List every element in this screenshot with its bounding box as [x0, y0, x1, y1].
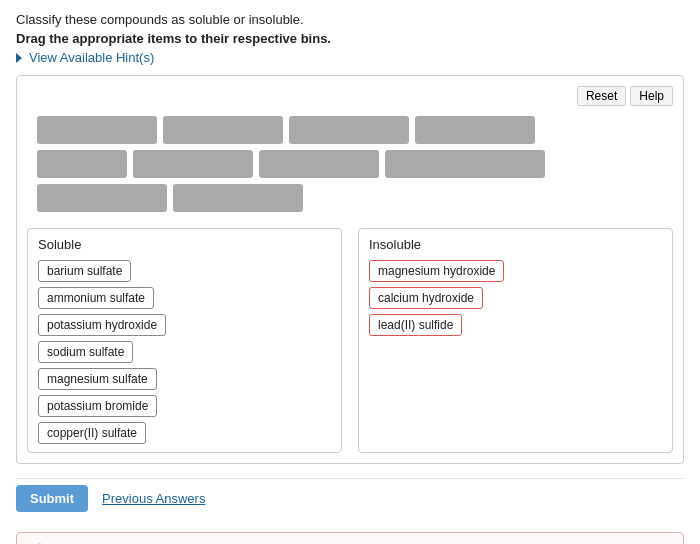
- drag-area: Reset Help: [16, 75, 684, 464]
- insoluble-bin-label: Insoluble: [369, 237, 662, 252]
- items-pool: [27, 116, 673, 212]
- help-button[interactable]: Help: [630, 86, 673, 106]
- reset-button[interactable]: Reset: [577, 86, 626, 106]
- insoluble-bin[interactable]: Insoluble magnesium hydroxide calcium hy…: [358, 228, 673, 453]
- list-item[interactable]: magnesium hydroxide: [369, 260, 504, 282]
- drag-placeholder-8[interactable]: [385, 150, 545, 178]
- instruction-line1: Classify these compounds as soluble or i…: [16, 12, 684, 27]
- soluble-bin-items: barium sulfate ammonium sulfate potassiu…: [38, 260, 331, 444]
- submit-button[interactable]: Submit: [16, 485, 88, 512]
- page-container: Classify these compounds as soluble or i…: [0, 0, 700, 544]
- drag-placeholder-2[interactable]: [163, 116, 283, 144]
- drag-placeholder-4[interactable]: [415, 116, 535, 144]
- list-item[interactable]: copper(II) sulfate: [38, 422, 146, 444]
- drag-placeholder-9[interactable]: [37, 184, 167, 212]
- bottom-bar: Submit Previous Answers: [16, 478, 684, 518]
- drag-placeholder-5[interactable]: [37, 150, 127, 178]
- drag-placeholder-1[interactable]: [37, 116, 157, 144]
- list-item[interactable]: lead(II) sulfide: [369, 314, 462, 336]
- soluble-bin-label: Soluble: [38, 237, 331, 252]
- list-item[interactable]: calcium hydroxide: [369, 287, 483, 309]
- drag-area-toolbar: Reset Help: [27, 86, 673, 106]
- list-item[interactable]: ammonium sulfate: [38, 287, 154, 309]
- drag-placeholder-7[interactable]: [259, 150, 379, 178]
- list-item[interactable]: barium sulfate: [38, 260, 131, 282]
- list-item[interactable]: magnesium sulfate: [38, 368, 157, 390]
- hint-link[interactable]: View Available Hint(s): [16, 50, 154, 65]
- drag-placeholder-10[interactable]: [173, 184, 303, 212]
- hint-link-label: View Available Hint(s): [29, 50, 154, 65]
- list-item[interactable]: potassium bromide: [38, 395, 157, 417]
- list-item[interactable]: potassium hydroxide: [38, 314, 166, 336]
- feedback-box: ✗ Incorrect; Try Again; 2 attempts remai…: [16, 532, 684, 544]
- list-item[interactable]: sodium sulfate: [38, 341, 133, 363]
- instruction-line2: Drag the appropriate items to their resp…: [16, 31, 684, 46]
- soluble-bin[interactable]: Soluble barium sulfate ammonium sulfate …: [27, 228, 342, 453]
- hint-arrow-icon: [16, 53, 22, 63]
- previous-answers-button[interactable]: Previous Answers: [102, 491, 205, 506]
- items-row-1: [37, 116, 663, 144]
- drag-placeholder-3[interactable]: [289, 116, 409, 144]
- items-row-3: [37, 184, 663, 212]
- drag-placeholder-6[interactable]: [133, 150, 253, 178]
- items-row-2: [37, 150, 663, 178]
- bins-area: Soluble barium sulfate ammonium sulfate …: [27, 228, 673, 453]
- insoluble-bin-items: magnesium hydroxide calcium hydroxide le…: [369, 260, 662, 336]
